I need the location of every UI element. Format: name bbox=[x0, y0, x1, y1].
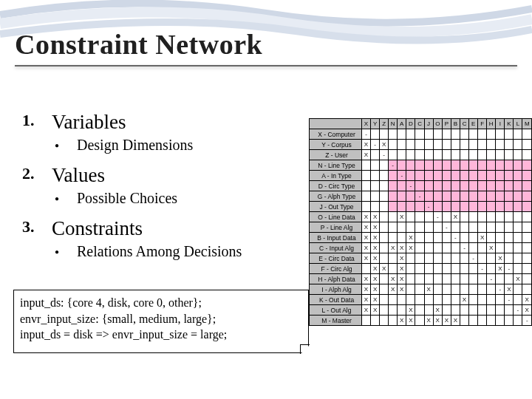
matrix-cell: X bbox=[362, 150, 371, 160]
matrix-cell bbox=[442, 253, 451, 264]
matrix-cell bbox=[424, 222, 433, 233]
bullet-icon: ● bbox=[55, 194, 77, 202]
matrix-cell bbox=[469, 160, 478, 171]
matrix-cell bbox=[496, 305, 505, 316]
matrix-cell bbox=[460, 150, 468, 160]
bullet-icon: ● bbox=[55, 141, 77, 149]
matrix-cell bbox=[451, 191, 460, 202]
matrix-row-header: L - Out Alg bbox=[310, 305, 362, 316]
matrix-cell bbox=[514, 160, 522, 171]
matrix-cell bbox=[478, 284, 487, 295]
matrix-cell bbox=[371, 316, 380, 326]
matrix-row-header: X - Computer bbox=[310, 129, 362, 140]
matrix-cell bbox=[451, 253, 460, 264]
list-subitem: ● Relations Among Decisions bbox=[22, 243, 296, 260]
matrix-cell bbox=[451, 305, 460, 316]
matrix-cell bbox=[469, 264, 478, 274]
matrix-cell bbox=[415, 129, 424, 140]
matrix-col-header: C bbox=[415, 119, 424, 129]
title-underline bbox=[15, 65, 517, 66]
matrix-cell bbox=[389, 305, 398, 316]
matrix-cell bbox=[424, 295, 433, 305]
matrix-cell bbox=[505, 305, 514, 316]
matrix-cell bbox=[380, 181, 389, 191]
matrix-cell bbox=[487, 191, 496, 202]
matrix-cell bbox=[487, 140, 496, 150]
matrix-col-header: N bbox=[389, 119, 398, 129]
matrix-cell bbox=[442, 171, 451, 181]
matrix-cell: X bbox=[442, 316, 451, 326]
matrix-cell bbox=[362, 160, 371, 171]
matrix-col-header: C bbox=[460, 119, 468, 129]
matrix-cell: X bbox=[496, 264, 505, 274]
matrix-cell bbox=[451, 171, 460, 181]
matrix-cell bbox=[514, 243, 522, 253]
matrix-cell: - bbox=[522, 316, 532, 326]
matrix-cell: X bbox=[362, 305, 371, 316]
matrix-cell: X bbox=[514, 274, 522, 284]
matrix-cell bbox=[460, 233, 468, 243]
matrix-cell bbox=[433, 191, 442, 202]
matrix-cell bbox=[522, 150, 532, 160]
matrix-cell bbox=[371, 191, 380, 202]
matrix-cell bbox=[380, 243, 389, 253]
matrix-cell bbox=[487, 295, 496, 305]
matrix-cell bbox=[380, 284, 389, 295]
matrix-cell bbox=[442, 202, 451, 212]
matrix-cell bbox=[451, 295, 460, 305]
matrix-cell bbox=[380, 295, 389, 305]
matrix-cell bbox=[514, 202, 522, 212]
matrix-cell bbox=[424, 253, 433, 264]
matrix-cell bbox=[469, 129, 478, 140]
matrix-cell bbox=[415, 233, 424, 243]
matrix-cell bbox=[433, 274, 442, 284]
matrix-cell bbox=[487, 212, 496, 222]
matrix-cell bbox=[496, 181, 505, 191]
matrix-cell bbox=[442, 150, 451, 160]
matrix-row-header: H - Alph Data bbox=[310, 274, 362, 284]
matrix-cell bbox=[505, 181, 514, 191]
matrix-cell: X bbox=[371, 253, 380, 264]
matrix-cell bbox=[371, 202, 380, 212]
matrix-cell bbox=[469, 305, 478, 316]
matrix-cell bbox=[522, 129, 532, 140]
matrix-cell: - bbox=[505, 264, 514, 274]
matrix-cell bbox=[362, 171, 371, 181]
matrix-cell bbox=[371, 150, 380, 160]
matrix-cell bbox=[442, 284, 451, 295]
matrix-cell bbox=[362, 316, 371, 326]
matrix-cell: X bbox=[451, 212, 460, 222]
matrix-cell bbox=[478, 181, 487, 191]
matrix-cell bbox=[380, 222, 389, 233]
matrix-cell bbox=[514, 212, 522, 222]
list-subitem: ● Design Dimensions bbox=[22, 137, 296, 154]
matrix-col-header: P bbox=[442, 119, 451, 129]
matrix-cell bbox=[514, 191, 522, 202]
matrix-cell: - bbox=[451, 233, 460, 243]
matrix-cell: - bbox=[406, 181, 415, 191]
matrix-cell bbox=[487, 264, 496, 274]
matrix-cell bbox=[460, 140, 468, 150]
matrix-cell bbox=[406, 160, 415, 171]
list-item: 2. Values bbox=[22, 164, 296, 187]
matrix-cell bbox=[487, 181, 496, 191]
matrix-cell bbox=[406, 222, 415, 233]
matrix-cell bbox=[451, 243, 460, 253]
matrix-cell bbox=[442, 140, 451, 150]
matrix-cell bbox=[469, 181, 478, 191]
constraint-code-box: input_ds: {core 4, disk, core 0, other};… bbox=[13, 290, 309, 353]
matrix-cell bbox=[460, 171, 468, 181]
matrix-cell bbox=[487, 233, 496, 243]
matrix-cell bbox=[415, 295, 424, 305]
matrix-cell: X bbox=[406, 243, 415, 253]
matrix-cell bbox=[478, 140, 487, 150]
matrix-cell: X bbox=[487, 243, 496, 253]
matrix-cell bbox=[424, 181, 433, 191]
matrix-cell: X bbox=[505, 284, 514, 295]
matrix-cell bbox=[505, 140, 514, 150]
matrix-cell bbox=[415, 212, 424, 222]
matrix-cell: X bbox=[522, 305, 532, 316]
matrix-cell bbox=[460, 129, 468, 140]
matrix-row-header: N - Line Type bbox=[310, 160, 362, 171]
matrix-cell bbox=[380, 160, 389, 171]
